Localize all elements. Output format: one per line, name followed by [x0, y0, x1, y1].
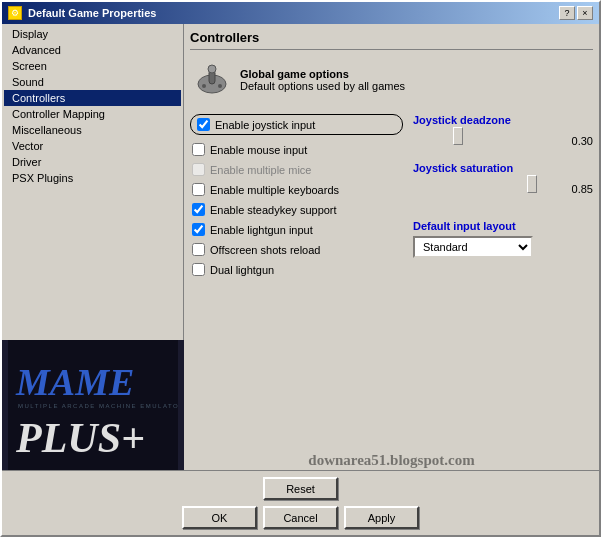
sidebar-items: Display Advanced Screen Sound Controller… — [2, 24, 183, 340]
sidebar-item-display[interactable]: Display — [4, 26, 181, 42]
help-button[interactable]: ? — [559, 6, 575, 20]
sidebar-item-controller-mapping[interactable]: Controller Mapping — [4, 106, 181, 122]
enable-mouse-label: Enable mouse input — [210, 144, 307, 156]
enable-steadykey-checkbox[interactable] — [192, 203, 205, 216]
global-title: Global game options — [240, 68, 405, 80]
enable-lightgun-label: Enable lightgun input — [210, 224, 313, 236]
main-content: Controllers Global game options Default … — [184, 24, 599, 470]
window-content: Display Advanced Screen Sound Controller… — [2, 24, 599, 470]
enable-joystick-checkbox[interactable] — [197, 118, 210, 131]
svg-point-8 — [218, 84, 222, 88]
bottom-section: Reset OK Cancel Apply — [2, 470, 599, 535]
sidebar-item-psx-plugins[interactable]: PSX Plugins — [4, 170, 181, 186]
sidebar-item-screen[interactable]: Screen — [4, 58, 181, 74]
enable-multiple-mice-label: Enable multiple mice — [210, 164, 312, 176]
apply-button[interactable]: Apply — [344, 506, 419, 529]
saturation-value: 0.85 — [563, 183, 593, 195]
checkbox-row-lightgun: Enable lightgun input — [190, 222, 403, 237]
dropdown-row: Standard Alternate Custom — [413, 236, 593, 258]
checkbox-row-offscreen: Offscreen shots reload — [190, 242, 403, 257]
saturation-slider[interactable] — [413, 178, 557, 198]
saturation-group: Joystick saturation 0.85 — [413, 162, 593, 200]
deadzone-label: Joystick deadzone — [413, 114, 593, 126]
panel-title: Controllers — [190, 30, 593, 50]
controllers-panel: Global game options Default options used… — [190, 58, 593, 464]
enable-lightgun-checkbox[interactable] — [192, 223, 205, 236]
checkbox-row-multiple-mice: Enable multiple mice — [190, 162, 403, 177]
svg-text:PLUS+: PLUS+ — [15, 415, 145, 461]
deadzone-slider-container — [413, 130, 557, 152]
global-subtitle: Default options used by all games — [240, 80, 405, 92]
close-button[interactable]: × — [577, 6, 593, 20]
checkbox-row-enable-joystick: Enable joystick input — [190, 114, 403, 135]
sidebar-item-miscellaneous[interactable]: Miscellaneous — [4, 122, 181, 138]
title-bar: ⚙ Default Game Properties ? × — [2, 2, 599, 24]
global-text: Global game options Default options used… — [240, 68, 405, 92]
cancel-button[interactable]: Cancel — [263, 506, 338, 529]
window-icon: ⚙ — [8, 6, 22, 20]
offscreen-reload-label: Offscreen shots reload — [210, 244, 320, 256]
input-layout-label: Default input layout — [413, 220, 593, 232]
sidebar-item-vector[interactable]: Vector — [4, 138, 181, 154]
enable-multiple-keyboards-label: Enable multiple keyboards — [210, 184, 339, 196]
svg-text:MULTIPLE ARCADE MACHINE EMULAT: MULTIPLE ARCADE MACHINE EMULATOR — [18, 403, 178, 409]
enable-multiple-mice-checkbox[interactable] — [192, 163, 205, 176]
main-window: ⚙ Default Game Properties ? × Display Ad… — [0, 0, 601, 537]
gamepad-icon — [194, 62, 230, 98]
sidebar-item-driver[interactable]: Driver — [4, 154, 181, 170]
button-row: OK Cancel Apply — [8, 506, 593, 529]
sidebar-item-advanced[interactable]: Advanced — [4, 42, 181, 58]
checkbox-row-multiple-keyboards: Enable multiple keyboards — [190, 182, 403, 197]
checkbox-row-steadykey: Enable steadykey support — [190, 202, 403, 217]
svg-point-6 — [208, 65, 216, 73]
sidebar: Display Advanced Screen Sound Controller… — [2, 24, 184, 470]
enable-steadykey-label: Enable steadykey support — [210, 204, 337, 216]
deadzone-value: 0.30 — [563, 135, 593, 147]
saturation-slider-row: 0.85 — [413, 178, 593, 200]
deadzone-group: Joystick deadzone 0.30 — [413, 114, 593, 152]
checkboxes-section: Enable joystick input Enable mouse input… — [190, 114, 403, 464]
svg-text:MAME: MAME — [15, 361, 134, 403]
title-bar-buttons: ? × — [559, 6, 593, 20]
ok-button[interactable]: OK — [182, 506, 257, 529]
mame-logo: MAME MULTIPLE ARCADE MACHINE EMULATOR PL… — [2, 340, 184, 470]
enable-joystick-label: Enable joystick input — [215, 119, 315, 131]
enable-multiple-keyboards-checkbox[interactable] — [192, 183, 205, 196]
offscreen-reload-checkbox[interactable] — [192, 243, 205, 256]
global-info: Global game options Default options used… — [190, 58, 593, 102]
right-section: Joystick deadzone 0.30 Joystick saturati… — [413, 114, 593, 464]
saturation-slider-container — [413, 178, 557, 200]
reset-row: Reset — [8, 477, 593, 500]
sidebar-item-sound[interactable]: Sound — [4, 74, 181, 90]
checkbox-row-dual-lightgun: Dual lightgun — [190, 262, 403, 277]
title-bar-left: ⚙ Default Game Properties — [8, 6, 156, 20]
deadzone-slider[interactable] — [413, 130, 557, 150]
input-layout-group: Default input layout Standard Alternate … — [413, 220, 593, 258]
dual-lightgun-checkbox[interactable] — [192, 263, 205, 276]
enable-mouse-checkbox[interactable] — [192, 143, 205, 156]
saturation-label: Joystick saturation — [413, 162, 593, 174]
reset-button[interactable]: Reset — [263, 477, 338, 500]
deadzone-slider-row: 0.30 — [413, 130, 593, 152]
main-controls: Enable joystick input Enable mouse input… — [190, 114, 593, 464]
input-layout-select[interactable]: Standard Alternate Custom — [413, 236, 533, 258]
svg-point-7 — [202, 84, 206, 88]
window-title: Default Game Properties — [28, 7, 156, 19]
checkbox-row-enable-mouse: Enable mouse input — [190, 142, 403, 157]
sidebar-item-controllers[interactable]: Controllers — [4, 90, 181, 106]
dual-lightgun-label: Dual lightgun — [210, 264, 274, 276]
